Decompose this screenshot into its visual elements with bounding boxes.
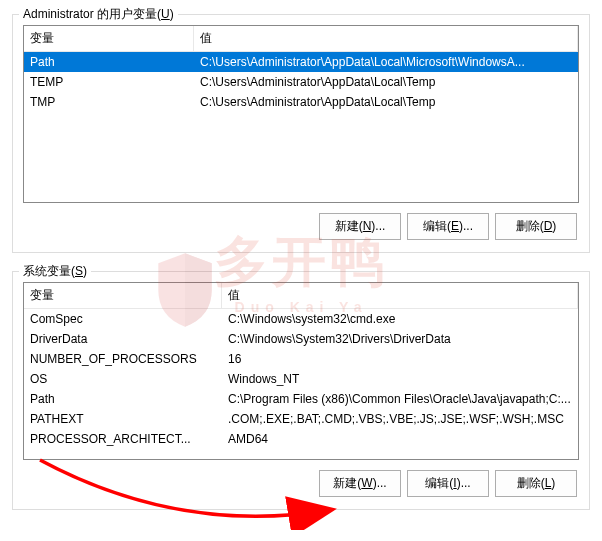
var-value-cell: C:\Program Files (x86)\Common Files\Orac… bbox=[222, 390, 578, 408]
var-name-cell: TEMP bbox=[24, 73, 194, 91]
table-row[interactable]: PathC:\Users\Administrator\AppData\Local… bbox=[24, 52, 578, 72]
var-name-cell: ComSpec bbox=[24, 310, 222, 328]
system-variables-list[interactable]: 变量 值 ComSpecC:\Windows\system32\cmd.exeD… bbox=[23, 282, 579, 460]
list-header: 变量 值 bbox=[24, 26, 578, 52]
column-header-name[interactable]: 变量 bbox=[24, 26, 194, 51]
var-name-cell: DriverData bbox=[24, 330, 222, 348]
table-row[interactable]: PROCESSOR_ARCHITECT...AMD64 bbox=[24, 429, 578, 449]
table-row[interactable]: DriverDataC:\Windows\System32\Drivers\Dr… bbox=[24, 329, 578, 349]
table-row[interactable]: TEMPC:\Users\Administrator\AppData\Local… bbox=[24, 72, 578, 92]
var-value-cell: C:\Windows\System32\Drivers\DriverData bbox=[222, 330, 578, 348]
var-name-cell: Path bbox=[24, 53, 194, 71]
column-header-name[interactable]: 变量 bbox=[24, 283, 222, 308]
var-value-cell: C:\Windows\system32\cmd.exe bbox=[222, 310, 578, 328]
system-delete-button[interactable]: 删除(L) bbox=[495, 470, 577, 497]
var-name-cell: NUMBER_OF_PROCESSORS bbox=[24, 350, 222, 368]
user-new-button[interactable]: 新建(N)... bbox=[319, 213, 401, 240]
system-buttons-row: 新建(W)... 编辑(I)... 删除(L) bbox=[25, 470, 577, 497]
var-name-cell: PATHEXT bbox=[24, 410, 222, 428]
table-row[interactable]: TMPC:\Users\Administrator\AppData\Local\… bbox=[24, 92, 578, 112]
user-variables-label: Administrator 的用户变量(U) bbox=[19, 6, 178, 23]
var-value-cell: C:\Users\Administrator\AppData\Local\Tem… bbox=[194, 73, 578, 91]
table-row[interactable]: NUMBER_OF_PROCESSORS16 bbox=[24, 349, 578, 369]
system-variables-group: 系统变量(S) 变量 值 ComSpecC:\Windows\system32\… bbox=[12, 271, 590, 510]
table-row[interactable]: PathC:\Program Files (x86)\Common Files\… bbox=[24, 389, 578, 409]
var-value-cell: 16 bbox=[222, 350, 578, 368]
column-header-value[interactable]: 值 bbox=[194, 26, 578, 51]
user-variables-group: Administrator 的用户变量(U) 变量 值 PathC:\Users… bbox=[12, 14, 590, 253]
var-value-cell: C:\Users\Administrator\AppData\Local\Tem… bbox=[194, 93, 578, 111]
user-delete-button[interactable]: 删除(D) bbox=[495, 213, 577, 240]
table-row[interactable]: PATHEXT.COM;.EXE;.BAT;.CMD;.VBS;.VBE;.JS… bbox=[24, 409, 578, 429]
user-edit-button[interactable]: 编辑(E)... bbox=[407, 213, 489, 240]
column-header-value[interactable]: 值 bbox=[222, 283, 578, 308]
var-value-cell: Windows_NT bbox=[222, 370, 578, 388]
var-name-cell: OS bbox=[24, 370, 222, 388]
system-edit-button[interactable]: 编辑(I)... bbox=[407, 470, 489, 497]
system-variables-label: 系统变量(S) bbox=[19, 263, 91, 280]
table-row[interactable]: ComSpecC:\Windows\system32\cmd.exe bbox=[24, 309, 578, 329]
list-header: 变量 值 bbox=[24, 283, 578, 309]
var-name-cell: PROCESSOR_ARCHITECT... bbox=[24, 430, 222, 448]
var-name-cell: Path bbox=[24, 390, 222, 408]
var-value-cell: AMD64 bbox=[222, 430, 578, 448]
system-new-button[interactable]: 新建(W)... bbox=[319, 470, 401, 497]
user-variables-list[interactable]: 变量 值 PathC:\Users\Administrator\AppData\… bbox=[23, 25, 579, 203]
var-value-cell: .COM;.EXE;.BAT;.CMD;.VBS;.VBE;.JS;.JSE;.… bbox=[222, 410, 578, 428]
var-value-cell: C:\Users\Administrator\AppData\Local\Mic… bbox=[194, 53, 578, 71]
table-row[interactable]: OSWindows_NT bbox=[24, 369, 578, 389]
user-buttons-row: 新建(N)... 编辑(E)... 删除(D) bbox=[25, 213, 577, 240]
var-name-cell: TMP bbox=[24, 93, 194, 111]
